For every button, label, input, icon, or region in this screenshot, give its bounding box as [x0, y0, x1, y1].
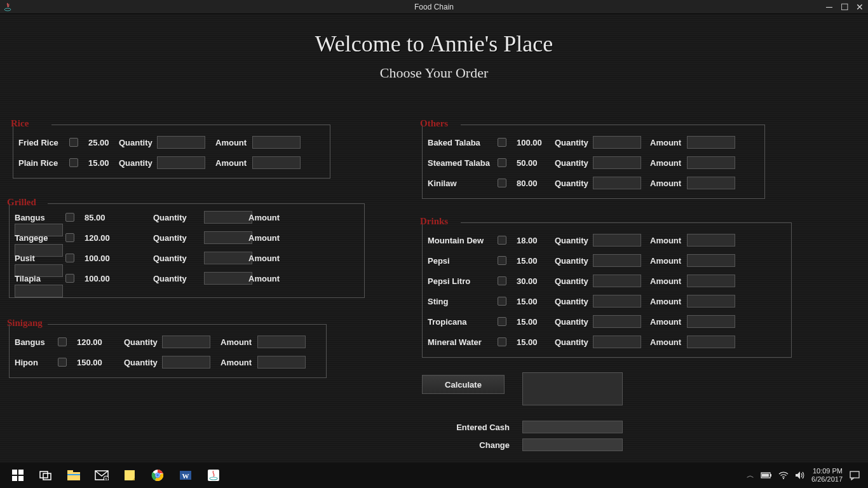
item-price: 30.00	[510, 276, 547, 286]
amount-label: Amount	[248, 274, 299, 283]
quantity-label: Quantity	[153, 213, 204, 222]
svg-rect-1	[12, 470, 17, 475]
tray-show-hidden-icon[interactable]: ︿	[747, 470, 754, 481]
item-checkbox[interactable]	[65, 254, 74, 262]
item-checkbox[interactable]	[65, 213, 74, 222]
item-row: Tilapia100.00QuantityAmount	[15, 272, 359, 292]
calculate-button[interactable]: Calculate	[422, 375, 505, 394]
item-name: Hipon	[15, 358, 58, 367]
svg-rect-23	[770, 474, 771, 477]
amount-input[interactable]	[687, 274, 735, 287]
item-checkbox[interactable]	[498, 179, 506, 187]
quantity-input[interactable]	[593, 156, 641, 169]
amount-input[interactable]	[252, 156, 301, 169]
start-button[interactable]	[4, 463, 32, 488]
item-checkbox[interactable]	[69, 158, 78, 167]
quantity-input[interactable]	[593, 234, 641, 247]
amount-input[interactable]	[687, 315, 735, 328]
amount-label: Amount	[650, 337, 687, 347]
quantity-label: Quantity	[555, 276, 593, 286]
item-checkbox[interactable]	[498, 337, 506, 346]
window-close-button[interactable]: ✕	[854, 3, 865, 11]
amount-input[interactable]	[687, 295, 735, 308]
item-checkbox[interactable]	[58, 358, 67, 367]
quantity-input[interactable]	[593, 254, 641, 267]
quantity-input[interactable]	[157, 156, 205, 169]
amount-input[interactable]	[252, 136, 301, 149]
item-checkbox[interactable]	[498, 236, 506, 245]
battery-icon[interactable]	[761, 471, 772, 479]
quantity-input[interactable]	[162, 336, 210, 348]
taskbar-app-word[interactable]: W	[172, 463, 200, 488]
item-checkbox[interactable]	[498, 276, 506, 285]
item-checkbox[interactable]	[498, 256, 506, 265]
item-checkbox[interactable]	[498, 158, 506, 167]
amount-input[interactable]	[257, 336, 306, 348]
item-row: Pepsi15.00QuantityAmount	[428, 250, 786, 271]
amount-input[interactable]	[687, 254, 735, 267]
item-row: Sting15.00QuantityAmount	[428, 291, 786, 311]
item-checkbox[interactable]	[498, 138, 506, 147]
group-rice-title: Rice	[10, 118, 30, 129]
quantity-input[interactable]	[204, 211, 252, 224]
group-grilled: Grilled Bangus85.00QuantityAmountTangege…	[9, 203, 365, 298]
item-name: Tangege	[15, 233, 65, 243]
amount-label: Amount	[248, 233, 299, 243]
quantity-input[interactable]	[162, 356, 210, 369]
quantity-input[interactable]	[204, 272, 252, 285]
taskbar-app-mail[interactable]: 1	[88, 463, 116, 488]
item-price: 100.00	[78, 254, 115, 263]
quantity-input[interactable]	[593, 274, 641, 287]
quantity-input[interactable]	[593, 336, 641, 348]
taskbar-time: 10:09 PM	[811, 467, 843, 475]
svg-rect-2	[18, 470, 24, 475]
taskbar-app-file-explorer[interactable]	[60, 463, 88, 488]
amount-input[interactable]	[257, 356, 306, 369]
svg-rect-8	[67, 470, 73, 473]
item-checkbox[interactable]	[65, 233, 74, 242]
item-name: Sting	[428, 297, 498, 306]
quantity-label: Quantity	[555, 317, 593, 327]
taskbar-clock[interactable]: 10:09 PM 6/26/2017	[811, 467, 843, 484]
quantity-label: Quantity	[153, 274, 204, 283]
item-checkbox[interactable]	[498, 297, 506, 306]
quantity-label: Quantity	[124, 337, 162, 347]
item-price: 50.00	[510, 158, 547, 168]
amount-input[interactable]	[15, 285, 63, 297]
quantity-input[interactable]	[593, 315, 641, 328]
entered-cash-input[interactable]	[522, 421, 623, 433]
taskbar-app-chrome[interactable]	[144, 463, 172, 488]
task-view-button[interactable]	[32, 463, 60, 488]
quantity-input[interactable]	[593, 295, 641, 308]
quantity-input[interactable]	[157, 136, 205, 149]
amount-input[interactable]	[687, 156, 735, 169]
item-name: Plain Rice	[18, 158, 69, 168]
amount-input[interactable]	[687, 336, 735, 348]
taskbar-app-java[interactable]	[200, 463, 227, 488]
window-minimize-button[interactable]: ─	[824, 3, 835, 11]
group-drinks: Drinks Mountain Dew18.00QuantityAmountPe…	[422, 222, 792, 358]
item-row: Tangege120.00QuantityAmount	[15, 231, 359, 252]
quantity-input[interactable]	[593, 136, 641, 149]
item-checkbox[interactable]	[58, 337, 67, 346]
item-name: Fried Rice	[18, 138, 69, 147]
totals-area: Calculate Entered Cash Change	[422, 375, 505, 394]
item-checkbox[interactable]	[69, 138, 78, 147]
change-output[interactable]	[522, 438, 623, 451]
item-checkbox[interactable]	[498, 317, 506, 326]
amount-input[interactable]	[687, 177, 735, 189]
quantity-input[interactable]	[593, 177, 641, 189]
item-price: 150.00	[71, 358, 107, 367]
taskbar-app-sticky-notes[interactable]	[116, 463, 144, 488]
notifications-icon[interactable]	[849, 470, 860, 480]
wifi-icon[interactable]	[778, 471, 789, 479]
amount-input[interactable]	[687, 136, 735, 149]
item-checkbox[interactable]	[65, 274, 74, 283]
quantity-input[interactable]	[204, 252, 252, 264]
volume-icon[interactable]	[795, 471, 805, 480]
amount-input[interactable]	[687, 234, 735, 247]
quantity-input[interactable]	[204, 231, 252, 244]
window-maximize-button[interactable]: ☐	[839, 3, 850, 11]
taskbar: 1 W ︿ 10:09 PM 6/26/2017	[0, 463, 868, 488]
page-subtitle: Choose Your Order	[0, 65, 868, 81]
